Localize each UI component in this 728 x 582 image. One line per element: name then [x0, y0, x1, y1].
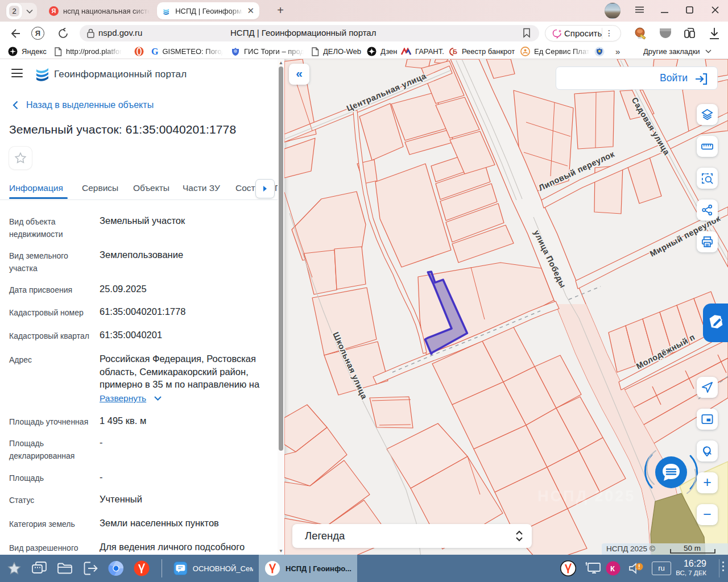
yandex-icon: Я — [49, 6, 59, 16]
street-label: Садовая улица — [630, 95, 672, 157]
back-icon[interactable] — [9, 27, 21, 40]
tab-parts[interactable]: Части ЗУ — [183, 183, 220, 193]
page-icon — [54, 47, 62, 56]
support-chat-button[interactable] — [655, 456, 687, 488]
show-desktop-button[interactable] — [719, 559, 727, 577]
app-title: Геоинформационный портал — [54, 69, 187, 80]
zoom-out-button[interactable]: − — [697, 504, 718, 525]
login-bar[interactable]: Войти — [556, 66, 718, 90]
taskbar-window-nspd[interactable]: НСПД | Геоинфо... — [259, 555, 357, 582]
other-bookmarks-button[interactable]: Другие закладки — [643, 44, 712, 59]
legend-bar[interactable]: Легенда — [292, 524, 532, 548]
tab-objects[interactable]: Объекты — [133, 183, 169, 193]
nspd-icon — [162, 6, 171, 16]
taskbar-window-osnovnoy[interactable]: ОСНОВНОЙ_Сем... — [168, 555, 259, 582]
clock-date: ВС, 7 ДЕК — [676, 569, 706, 577]
share-button[interactable] — [697, 199, 718, 221]
field-label: Статус — [9, 494, 96, 506]
login-label: Войти — [660, 72, 688, 84]
search-on-map-button[interactable] — [697, 440, 718, 462]
language-indicator[interactable]: ru — [652, 562, 671, 575]
new-tab-button[interactable]: + — [273, 3, 288, 18]
field-value: 61:35:0040201 — [100, 329, 264, 342]
tab-active[interactable]: НСПД | Геоинформаци ✕ — [157, 2, 259, 19]
measure-button[interactable] — [697, 136, 718, 157]
taskbar: ОСНОВНОЙ_Сем... НСПД | Геоинфо... К ! ru… — [0, 555, 728, 582]
address-bar[interactable]: nspd.gov.ru НСПД | Геоинформационный пор… — [80, 25, 539, 41]
taskbar-yandex-icon[interactable] — [132, 559, 151, 578]
extension-shield-icon[interactable] — [659, 28, 672, 41]
extension-alice-icon[interactable] — [633, 26, 648, 43]
tab-services[interactable]: Сервисы — [82, 183, 118, 193]
bookmark-ed-servis[interactable]: Ед Сервис Плат — [520, 44, 590, 59]
bookmarks-overflow-chevron[interactable]: » — [615, 44, 620, 59]
draw-panel-handle[interactable] — [703, 304, 728, 342]
map-canvas[interactable]: НСПД 2025 Центральная улица улица Победы… — [284, 59, 728, 555]
tray-yandex-icon[interactable] — [559, 559, 578, 578]
taskbar-favorites-icon[interactable] — [5, 559, 24, 578]
taskbar-folder-icon[interactable] — [55, 559, 75, 578]
taskbar-chromium-icon[interactable] — [106, 559, 126, 578]
bookmark-gis-torgi[interactable]: ГИС Торги – прод — [231, 44, 304, 59]
bookmark-gismeteo[interactable]: G GISMETEO: Погод — [151, 44, 223, 59]
downloads-icon[interactable] — [708, 27, 721, 40]
layers-button[interactable] — [697, 104, 718, 125]
avatar[interactable] — [605, 3, 621, 19]
tray-volume-icon[interactable]: ! — [626, 559, 646, 578]
bookmark-delo-web[interactable]: ДЕЛО-Web — [311, 44, 361, 59]
print-button[interactable] — [697, 231, 718, 252]
close-window-button[interactable] — [704, 0, 726, 22]
bookmark-blue-favicon[interactable] — [594, 44, 609, 59]
ruler-icon — [701, 140, 714, 153]
maximize-button[interactable] — [678, 0, 701, 22]
bookmark-garant[interactable]: ГАРАНТ. — [401, 44, 444, 59]
field-value: Земельный участок — [100, 214, 264, 227]
minimize-button[interactable] — [653, 0, 676, 22]
menu-icon[interactable] — [11, 69, 23, 78]
select-area-button[interactable] — [697, 168, 718, 189]
scroll-up-icon[interactable]: ▲ — [278, 59, 284, 66]
tab-information[interactable]: Информация — [9, 183, 63, 193]
scale-bar: 50 m — [670, 543, 715, 554]
tab-counter-button[interactable]: 2 — [6, 3, 37, 19]
bookmark-yandex[interactable]: Яндекс — [8, 44, 47, 59]
yandex-home-icon[interactable]: Я — [31, 27, 44, 40]
ask-button[interactable]: Спросить ⋮ — [545, 25, 621, 41]
svg-text:Б: Б — [453, 48, 457, 55]
collapse-panel-button[interactable]: « — [289, 64, 309, 85]
messenger-icon — [173, 560, 188, 576]
tray-network-icon[interactable] — [584, 559, 603, 578]
bookmark-flag-icon[interactable] — [523, 28, 531, 38]
page-title-in-bar: НСПД | Геоинформационный портал — [230, 28, 376, 38]
tray-k-icon[interactable]: К — [603, 559, 623, 578]
scroll-down-icon[interactable]: ▼ — [278, 547, 284, 555]
field-label: Вид разрешенного — [9, 542, 96, 554]
bookmark-reestr[interactable]: Б Реестр банкрот — [449, 44, 515, 59]
back-link[interactable]: Назад в выделенные объекты — [13, 100, 154, 110]
chevron-down-icon — [154, 396, 162, 401]
taskbar-taskview-icon[interactable] — [30, 559, 49, 578]
favorite-star-button[interactable] — [9, 147, 32, 169]
extension-pages-icon[interactable] — [682, 26, 697, 43]
map-watermark: НСПД 2025 — [537, 488, 635, 505]
field-value: 1 495 кв. м — [100, 414, 264, 427]
svg-text:!: ! — [638, 563, 640, 570]
tabs-scroll-right-button[interactable] — [255, 179, 275, 198]
tab-inactive[interactable]: Я нспд национальная систе — [44, 2, 156, 19]
locate-button[interactable] — [697, 377, 718, 398]
reload-icon[interactable] — [57, 27, 69, 40]
taskbar-signout-icon[interactable] — [81, 559, 100, 578]
bookmark-dzen[interactable]: Дзен — [367, 44, 397, 59]
panel-scrollbar[interactable]: ▲ ▼ — [278, 59, 284, 555]
expand-link[interactable]: Развернуть — [100, 393, 162, 404]
scrollbar-thumb[interactable] — [279, 66, 283, 451]
zoom-in-button[interactable]: + — [697, 472, 718, 493]
bookmark-favicon-only[interactable] — [134, 44, 148, 59]
chevron-left-icon — [13, 101, 18, 110]
bookmark-prod-platform[interactable]: http://prod.platfor — [54, 44, 122, 59]
browser-menu-icon[interactable] — [628, 0, 651, 22]
more-options-icon[interactable]: ⋮ — [605, 28, 613, 38]
mini-map-button[interactable] — [697, 409, 718, 430]
close-tab-icon[interactable]: ✕ — [247, 6, 254, 16]
taskbar-clock[interactable]: 16:29 ВС, 7 ДЕК — [676, 558, 706, 577]
